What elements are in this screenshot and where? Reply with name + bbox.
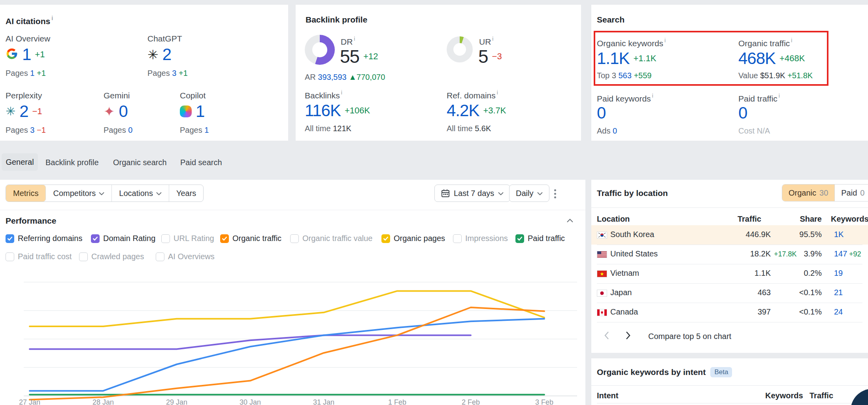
checkbox-url-rating[interactable]: URL Rating	[161, 234, 214, 243]
gemini-value-row: ✦ 0	[104, 102, 128, 121]
date-range-button[interactable]: Last 7 days	[434, 185, 510, 202]
keywords-link[interactable]: 21	[834, 288, 843, 297]
beta-badge: Beta	[710, 367, 732, 377]
toggle-organic[interactable]: Organic30	[782, 185, 834, 201]
competitors-segment[interactable]: Competitors	[46, 185, 112, 202]
toggle-paid[interactable]: Paid0	[834, 185, 868, 201]
organic-keywords-delta: +1.1K	[633, 53, 656, 64]
calendar-icon	[441, 189, 450, 198]
checkbox-ai-overviews[interactable]: AI Overviews	[156, 252, 215, 261]
paid-keywords-value[interactable]: 0	[597, 104, 606, 122]
tab-backlink-profile[interactable]: Backlink profile	[45, 158, 99, 167]
dr-value-row: 55 +12	[340, 46, 378, 67]
perplexity-delta: −1	[32, 106, 42, 117]
compare-top5-link[interactable]: Compare top 5 on chart	[648, 332, 731, 341]
x-tick-label: 2 Feb	[455, 398, 487, 405]
flag-japan-icon	[597, 290, 607, 297]
perplexity-value-row: ✳ 2 −1	[6, 102, 42, 121]
table-row-japan: Japan 463 <0.1% 21	[591, 283, 868, 303]
info-icon[interactable]: i	[652, 92, 653, 99]
keywords-link[interactable]: 1K	[834, 230, 843, 239]
divider	[591, 207, 868, 208]
info-icon[interactable]: i	[354, 36, 355, 42]
info-icon[interactable]: i	[51, 15, 53, 21]
backlinks-alltime: All time 121K	[305, 124, 351, 133]
col-traffic[interactable]: Traffic	[810, 391, 833, 400]
divider	[591, 385, 868, 386]
ur-value: 5	[478, 46, 488, 67]
checkbox-organic-traffic[interactable]: Organic traffic	[220, 234, 281, 243]
x-tick-label: 1 Feb	[381, 398, 413, 405]
copilot-icon	[180, 105, 192, 117]
x-tick-label: 31 Jan	[308, 398, 340, 405]
ai-overview-value: 1	[22, 45, 31, 64]
keywords-link[interactable]: 147	[834, 249, 847, 258]
organic-traffic-delta: +468K	[779, 53, 805, 64]
checkbox-organic-pages[interactable]: Organic pages	[381, 234, 445, 243]
kebab-menu-button[interactable]	[552, 187, 559, 201]
tab-organic-search[interactable]: Organic search	[113, 158, 167, 167]
checkbox-box	[381, 234, 390, 243]
chatgpt-pages: Pages 3 +1	[147, 69, 188, 78]
paid-keywords-sub: Ads 0	[597, 126, 617, 136]
checkbox-organic-traffic-value[interactable]: Organic traffic value	[290, 234, 373, 243]
checkbox-box	[79, 252, 88, 261]
prev-page-icon[interactable]	[604, 331, 609, 340]
tab-general[interactable]: General	[2, 153, 38, 171]
info-icon[interactable]: i	[779, 92, 780, 99]
years-segment[interactable]: Years	[169, 185, 203, 202]
metrics-segment[interactable]: Metrics	[6, 185, 46, 202]
performance-chart	[24, 269, 577, 405]
info-icon[interactable]: i	[497, 89, 498, 96]
checkbox-paid-traffic-cost[interactable]: Paid traffic cost	[6, 252, 72, 261]
checkbox-box	[156, 252, 164, 261]
dashboard: AI citationsi AI Overview 1 +1 Pages 1 +…	[0, 0, 868, 405]
flag-south-korea-icon	[597, 232, 607, 239]
x-tick-label: 30 Jan	[234, 398, 266, 405]
organic-traffic-value[interactable]: 468K	[738, 49, 776, 68]
organic-keywords-value[interactable]: 1.1K	[597, 49, 629, 68]
checkbox-paid-traffic[interactable]: Paid traffic	[515, 234, 565, 243]
next-page-icon[interactable]	[625, 331, 631, 340]
col-intent[interactable]: Intent	[597, 391, 618, 400]
paid-traffic-sub: Cost N/A	[738, 126, 770, 136]
col-keywords[interactable]: Keywords	[831, 215, 868, 224]
google-icon	[6, 47, 18, 62]
refdomains-delta: +3.7K	[483, 105, 506, 116]
checkbox-domain-rating[interactable]: Domain Rating	[91, 234, 155, 243]
refdomains-value[interactable]: 4.2K	[447, 101, 479, 120]
keywords-link[interactable]: 24	[834, 307, 843, 316]
info-icon[interactable]: i	[492, 36, 493, 42]
keywords-link[interactable]: 19	[834, 269, 843, 278]
granularity-button[interactable]: Daily	[509, 185, 549, 202]
ai-overview-pages: Pages 1 +1	[6, 69, 46, 78]
ai-overview-label: AI Overview	[6, 34, 50, 43]
info-icon[interactable]: i	[341, 89, 342, 96]
ai-overview-value-row: 1 +1	[6, 45, 45, 64]
col-location[interactable]: Location	[597, 215, 630, 224]
organic-keywords-sub: Top 3 563 +559	[597, 71, 652, 80]
backlinks-delta: +106K	[345, 105, 370, 116]
traffic-by-location-title: Traffic by location	[597, 188, 668, 198]
gemini-pages: Pages 0	[104, 126, 132, 135]
tab-paid-search[interactable]: Paid search	[180, 158, 222, 167]
refdomains-label: Ref. domainsi	[447, 89, 498, 100]
collapse-section-icon[interactable]	[567, 219, 573, 222]
refdomains-alltime: All time 5.6K	[447, 124, 491, 133]
paid-traffic-value[interactable]: 0	[738, 104, 747, 122]
copilot-value: 1	[196, 102, 204, 121]
checkbox-crawled-pages[interactable]: Crawled pages	[79, 252, 144, 261]
col-keywords[interactable]: Keywords	[765, 391, 801, 400]
chatgpt-label: ChatGPT	[147, 34, 182, 43]
backlinks-value[interactable]: 116K	[305, 101, 341, 120]
locations-segment[interactable]: Locations	[112, 185, 169, 202]
info-icon[interactable]: i	[791, 37, 792, 43]
chatgpt-value-row: ✳ 2	[147, 45, 171, 64]
info-icon[interactable]: i	[664, 37, 666, 43]
checkbox-referring-domains[interactable]: Referring domains	[6, 234, 82, 243]
checkbox-impressions[interactable]: Impressions	[453, 234, 508, 243]
col-share[interactable]: Share	[789, 215, 822, 224]
toolbar-divider	[0, 210, 585, 210]
ar-row: AR 393,593 ▲770,070	[305, 73, 385, 82]
col-traffic[interactable]: Traffic	[722, 215, 761, 224]
